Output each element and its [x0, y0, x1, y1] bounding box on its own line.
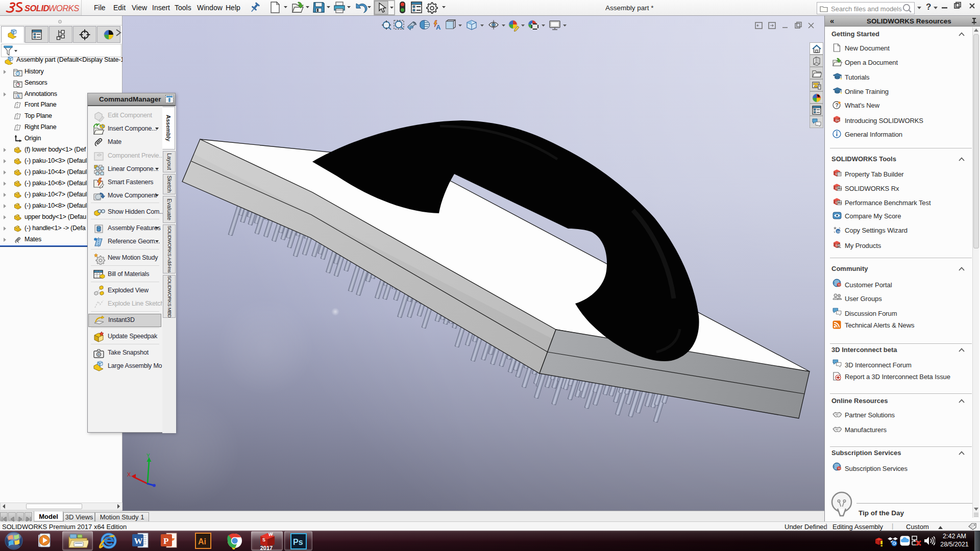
svg-text:?: ?: [836, 103, 839, 108]
svg-text:SW: SW: [837, 230, 842, 233]
svg-text:WORKS: WORKS: [48, 4, 79, 13]
svg-text:W: W: [134, 536, 143, 546]
svg-text:A: A: [16, 94, 19, 98]
svg-text:X: X: [127, 471, 131, 478]
svg-text:P: P: [163, 536, 168, 546]
svg-text:S: S: [262, 537, 265, 543]
svg-text:W: W: [268, 532, 273, 537]
svg-text:Rx: Rx: [838, 187, 842, 190]
svg-text:Rx: Rx: [838, 201, 842, 205]
svg-text:SOLID: SOLID: [24, 4, 50, 13]
svg-text:Ps: Ps: [293, 538, 303, 546]
svg-text:A: A: [436, 23, 441, 31]
svg-text:Ai: Ai: [198, 537, 206, 546]
svg-text:2017: 2017: [260, 545, 273, 551]
